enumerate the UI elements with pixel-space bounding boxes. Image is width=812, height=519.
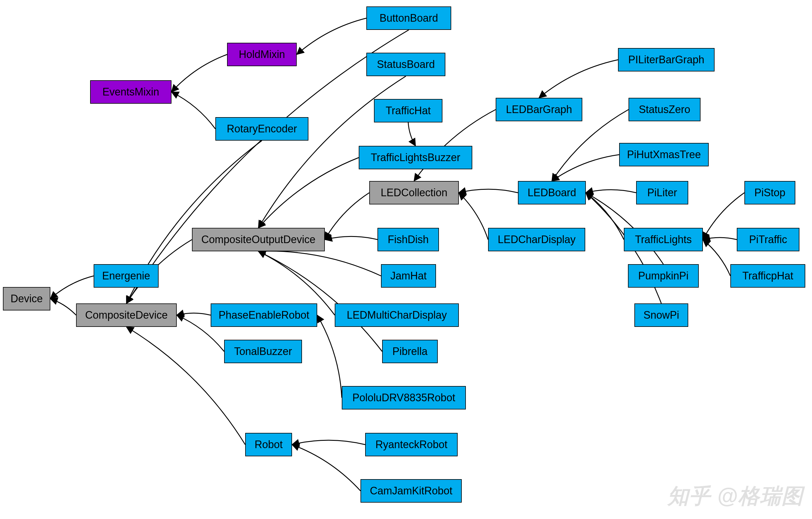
node-piliter: PiLiter <box>636 181 688 204</box>
node-compositedevice: CompositeDevice <box>76 303 177 327</box>
node-ledmultichardisplay: LEDMultiCharDisplay <box>335 303 459 327</box>
node-fishdish: FishDish <box>377 228 439 251</box>
watermark-text: 知乎 @格瑞图 <box>667 482 803 510</box>
edge-piliterbargraph-to-ledbargraph <box>539 60 618 98</box>
edge-jamhat-to-compositeoutputdevice <box>258 251 381 276</box>
node-rotaryencoder: RotaryEncoder <box>215 117 309 141</box>
node-ledchardisplay: LEDCharDisplay <box>488 228 585 251</box>
edge-ledboard-to-ledcollection <box>459 189 518 193</box>
node-tonalbuzzer: TonalBuzzer <box>224 340 302 363</box>
node-piliterbargraph: PILiterBarGraph <box>618 48 715 72</box>
node-statusboard: StatusBoard <box>366 53 445 76</box>
node-pibrella: Pibrella <box>382 340 438 363</box>
edge-trafficlightsbuzzer-to-compositeoutputdevice <box>258 158 359 228</box>
node-pitraffic: PiTraffic <box>737 228 800 251</box>
node-ledboard: LEDBoard <box>518 181 586 204</box>
edge-pihutxmastree-to-ledboard <box>552 155 619 181</box>
node-snowpi: SnowPi <box>634 303 688 327</box>
node-jamhat: JamHat <box>381 264 436 288</box>
edge-ledchardisplay-to-ledcollection <box>459 193 488 240</box>
edge-trafficphat-to-trafficlights <box>703 240 730 276</box>
edge-rotaryencoder-to-eventsmixin <box>172 92 215 129</box>
node-trafficlights: TrafficLights <box>624 228 703 251</box>
edge-trafficlights-to-ledboard <box>586 193 624 240</box>
edge-piliter-to-ledboard <box>586 190 636 193</box>
edge-traffichat-to-trafficlightsbuzzer <box>408 122 415 146</box>
edge-pitraffic-to-trafficlights <box>703 238 737 240</box>
node-ryanteckrobot: RyanteckRobot <box>365 433 458 456</box>
edge-pibrella-to-compositeoutputdevice <box>258 251 382 352</box>
node-trafficlightsbuzzer: TrafficLightsBuzzer <box>359 146 472 169</box>
edge-phaseenablerobot-to-compositedevice <box>177 313 211 315</box>
node-eventsmixin: EventsMixin <box>90 80 172 104</box>
node-holdmixin: HoldMixin <box>227 43 297 66</box>
node-robot: Robot <box>245 433 292 456</box>
edge-energenie-to-device <box>50 276 94 299</box>
node-ledbargraph: LEDBarGraph <box>496 98 582 121</box>
edge-ryanteckrobot-to-robot <box>292 440 365 445</box>
edge-fishdish-to-compositeoutputdevice <box>325 236 377 240</box>
node-energenie: Energenie <box>94 264 158 288</box>
node-device: Device <box>3 287 50 310</box>
node-pihutxmastree: PiHutXmasTree <box>619 143 709 166</box>
edge-ledcollection-to-compositeoutputdevice <box>325 193 369 240</box>
node-camjamkitrobot: CamJamKitRobot <box>360 479 462 502</box>
edge-pololudrv8835robot-to-phaseenablerobot <box>317 315 342 398</box>
node-statuszero: StatusZero <box>629 98 700 121</box>
node-pumpkinpi: PumpkinPi <box>628 264 699 288</box>
diagram-canvas: 知乎 @格瑞图 ButtonBoardHoldMixinEventsMixinR… <box>0 0 812 519</box>
edge-holdmixin-to-eventsmixin <box>172 54 227 92</box>
node-traffichat: TrafficHat <box>374 99 442 122</box>
edge-compositedevice-to-device <box>50 299 76 315</box>
node-pololudrv8835robot: PololuDRV8835Robot <box>342 386 466 409</box>
node-trafficphat: TrafficpHat <box>730 264 805 288</box>
node-buttonboard: ButtonBoard <box>366 6 451 30</box>
node-ledcollection: LEDCollection <box>369 181 459 204</box>
edge-camjamkitrobot-to-robot <box>292 445 360 491</box>
edge-buttonboard-to-holdmixin <box>297 18 366 54</box>
node-pistop: PiStop <box>745 181 795 204</box>
node-phaseenablerobot: PhaseEnableRobot <box>211 303 317 327</box>
node-compositeoutputdevice: CompositeOutputDevice <box>192 228 325 251</box>
